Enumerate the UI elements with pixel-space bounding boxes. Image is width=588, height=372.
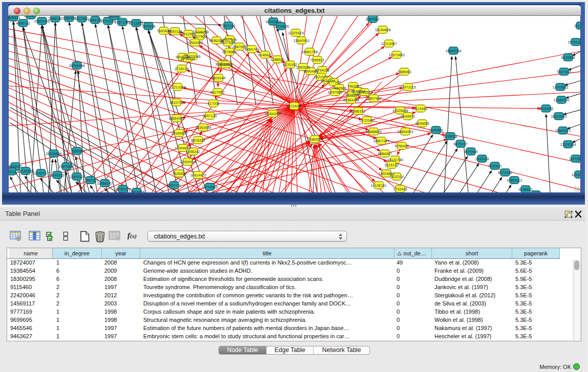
svg-text:9663822: 9663822 — [107, 16, 121, 18]
svg-text:18914479: 18914479 — [190, 173, 206, 177]
svg-text:4055712: 4055712 — [16, 21, 30, 25]
svg-text:10973493: 10973493 — [388, 53, 404, 57]
svg-text:18245514: 18245514 — [356, 91, 372, 94]
svg-text:7357224: 7357224 — [221, 24, 235, 28]
svg-text:6879197: 6879197 — [453, 142, 467, 146]
svg-text:1085328: 1085328 — [62, 16, 76, 20]
svg-text:10958147: 10958147 — [97, 182, 113, 185]
svg-text:1621072: 1621072 — [314, 75, 328, 79]
svg-text:2069140: 2069140 — [48, 17, 62, 20]
svg-text:20053346: 20053346 — [69, 64, 84, 68]
svg-text:8878332: 8878332 — [191, 139, 205, 142]
svg-text:1549575: 1549575 — [401, 115, 415, 118]
svg-text:9827503: 9827503 — [192, 35, 206, 38]
svg-text:7625402: 7625402 — [172, 172, 186, 176]
svg-text:16961758: 16961758 — [301, 50, 317, 54]
svg-text:20206586: 20206586 — [46, 152, 61, 156]
svg-text:9129906: 9129906 — [561, 56, 575, 59]
svg-text:12156859: 12156859 — [17, 169, 33, 173]
svg-text:7955812: 7955812 — [310, 58, 324, 62]
svg-text:18300295: 18300295 — [265, 112, 280, 116]
svg-text:3267130: 3267130 — [203, 114, 216, 118]
svg-text:2803144: 2803144 — [211, 76, 225, 80]
svg-text:12213967: 12213967 — [381, 42, 397, 46]
svg-text:1810753: 1810753 — [169, 101, 183, 104]
svg-text:9884067: 9884067 — [378, 152, 391, 156]
svg-text:19218506: 19218506 — [273, 25, 289, 28]
svg-text:10025438: 10025438 — [392, 109, 408, 113]
svg-text:12905115: 12905115 — [69, 175, 85, 179]
svg-text:19384554: 19384554 — [307, 138, 322, 141]
svg-text:16120746: 16120746 — [387, 158, 403, 162]
svg-text:10719185: 10719185 — [100, 19, 116, 23]
svg-text:746266: 746266 — [347, 84, 359, 88]
svg-text:10671385: 10671385 — [114, 20, 130, 24]
svg-text:9756928: 9756928 — [395, 144, 408, 148]
svg-text:9777169: 9777169 — [326, 80, 340, 84]
svg-text:8938928: 8938928 — [443, 135, 457, 138]
svg-text:15692971: 15692971 — [555, 129, 571, 133]
svg-text:2087682: 2087682 — [365, 17, 379, 21]
svg-text:6497568: 6497568 — [328, 91, 342, 94]
svg-text:9113440: 9113440 — [414, 107, 428, 111]
svg-text:8220352: 8220352 — [283, 63, 297, 67]
svg-text:9699695: 9699695 — [415, 122, 429, 125]
svg-text:12973115: 12973115 — [400, 85, 416, 89]
svg-text:18654923: 18654923 — [397, 130, 413, 134]
svg-text:10543362: 10543362 — [187, 41, 203, 45]
svg-text:2718176: 2718176 — [175, 67, 188, 71]
svg-text:11325419: 11325419 — [288, 31, 304, 35]
svg-text:1615132: 1615132 — [384, 163, 398, 167]
svg-text:9245612: 9245612 — [518, 188, 532, 191]
svg-text:17359934: 17359934 — [69, 149, 84, 153]
svg-text:19975887: 19975887 — [58, 165, 74, 168]
svg-text:1388520: 1388520 — [270, 58, 284, 61]
svg-text:9457771: 9457771 — [167, 184, 181, 187]
svg-text:417006: 417006 — [207, 102, 219, 105]
svg-text:6794028: 6794028 — [315, 69, 329, 72]
svg-text:9146821: 9146821 — [258, 53, 272, 57]
svg-text:14136141: 14136141 — [371, 184, 386, 187]
svg-text:12093832: 12093832 — [552, 85, 568, 89]
svg-text:16033809: 16033809 — [265, 20, 281, 24]
svg-text:18724007: 18724007 — [286, 104, 302, 108]
svg-text:7462666: 7462666 — [332, 86, 346, 90]
svg-text:7632621: 7632621 — [488, 164, 502, 168]
svg-text:17016504: 17016504 — [560, 143, 576, 146]
svg-text:1527602: 1527602 — [75, 17, 89, 20]
svg-text:3875685: 3875685 — [222, 50, 236, 54]
svg-text:22409934: 22409934 — [180, 160, 195, 164]
svg-text:12444190: 12444190 — [553, 98, 569, 102]
svg-text:16210643: 16210643 — [551, 115, 567, 118]
svg-text:10807487: 10807487 — [365, 97, 381, 100]
svg-text:1853287: 1853287 — [24, 16, 37, 17]
svg-text:20364436: 20364436 — [343, 98, 359, 102]
svg-text:12034564: 12034564 — [571, 173, 580, 177]
svg-text:9227343: 9227343 — [557, 70, 571, 74]
svg-text:13226058: 13226058 — [192, 30, 208, 34]
svg-text:19166825: 19166825 — [171, 132, 187, 135]
svg-text:15720407: 15720407 — [359, 119, 375, 122]
svg-text:8427552: 8427552 — [210, 91, 224, 94]
svg-text:15751024: 15751024 — [568, 40, 580, 44]
svg-text:1498242: 1498242 — [186, 150, 200, 154]
svg-text:2986372: 2986372 — [351, 110, 365, 113]
svg-text:20691406: 20691406 — [34, 19, 50, 23]
svg-text:1167533: 1167533 — [569, 157, 580, 161]
svg-text:1640955: 1640955 — [429, 128, 443, 132]
svg-text:1117205: 1117205 — [574, 24, 580, 28]
svg-text:2933114: 2933114 — [475, 157, 489, 161]
svg-text:12923468: 12923468 — [128, 190, 144, 193]
svg-text:16154808: 16154808 — [375, 28, 390, 32]
svg-text:8454749: 8454749 — [245, 48, 258, 51]
svg-text:9242848: 9242848 — [219, 63, 232, 67]
svg-text:3215958: 3215958 — [539, 107, 553, 111]
svg-text:7515546: 7515546 — [141, 25, 155, 28]
svg-text:1362615: 1362615 — [296, 65, 310, 69]
svg-text:12942717: 12942717 — [33, 171, 49, 175]
svg-text:18807249: 18807249 — [373, 139, 389, 143]
svg-text:15716485: 15716485 — [202, 185, 217, 189]
svg-text:8660124: 8660124 — [168, 30, 182, 33]
svg-text:1733426: 1733426 — [393, 187, 407, 191]
svg-text:16648784: 16648784 — [445, 49, 461, 53]
